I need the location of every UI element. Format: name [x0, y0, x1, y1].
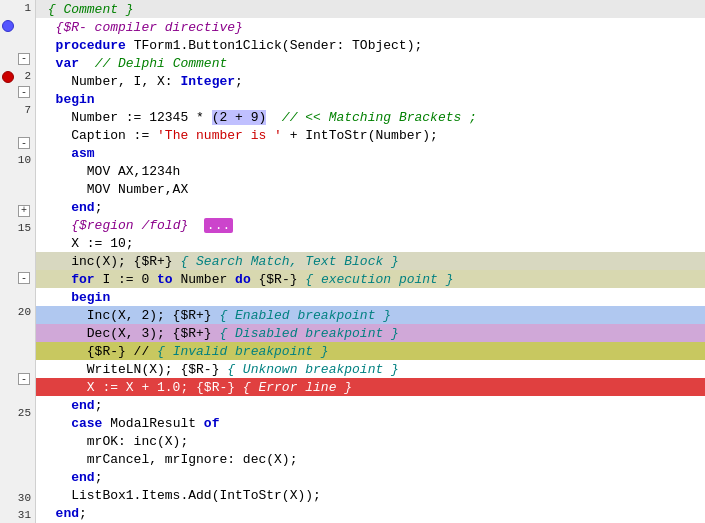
code-line: MOV Number,AX [36, 180, 705, 198]
gutter-row: 2 [0, 68, 35, 85]
code-line: var // Delphi Comment [36, 54, 705, 72]
line-number: 15 [18, 222, 31, 234]
token: Dec(X, 3); {$R+} [40, 326, 219, 341]
token: for [71, 272, 94, 287]
token: ; [79, 506, 87, 521]
token: begin [71, 290, 110, 305]
token: asm [71, 146, 94, 161]
code-line: begin [36, 288, 705, 306]
code-line: end; [36, 468, 705, 486]
token: end [71, 200, 94, 215]
token: Number := 12345 * [40, 110, 212, 125]
breakpoint-marker-blue[interactable] [2, 20, 14, 32]
gutter-row: 30 [0, 489, 35, 506]
gutter-row [0, 473, 35, 490]
fold-marker[interactable]: - [18, 137, 30, 149]
code-line: MOV AX,1234h [36, 162, 705, 180]
token: Number, I, X: [40, 74, 180, 89]
token: X := X + 1.0; {$R-} [40, 380, 243, 395]
token: (2 + 9) [212, 110, 267, 125]
code-line: end; [36, 198, 705, 216]
fold-marker[interactable]: - [18, 373, 30, 385]
token [79, 56, 95, 71]
gutter-row [0, 338, 35, 355]
code-line: end; [36, 396, 705, 414]
code-line: Number := 12345 * (2 + 9) // << Matching… [36, 108, 705, 126]
token [40, 290, 71, 305]
token: + IntToStr(Number); [282, 128, 438, 143]
gutter-row: 15 [0, 219, 35, 236]
code-line: ListBox1.Items.Add(IntToStr(X)); [36, 486, 705, 504]
gutter-row [0, 456, 35, 473]
token: {$R-} // [40, 344, 157, 359]
code-area[interactable]: { Comment } {$R- compiler directive} pro… [36, 0, 705, 523]
token [40, 200, 71, 215]
code-line: mrOK: inc(X); [36, 432, 705, 450]
token: mrOK: inc(X); [40, 434, 188, 449]
token: // Delphi Comment [95, 56, 228, 71]
fold-marker[interactable]: - [18, 86, 30, 98]
line-number: 31 [18, 509, 31, 521]
line-number: 10 [18, 154, 31, 166]
token [40, 92, 56, 107]
token: var [56, 56, 79, 71]
line-number: 25 [18, 407, 31, 419]
token: ; [235, 74, 243, 89]
token [40, 416, 71, 431]
line-number: 20 [18, 306, 31, 318]
code-line: WriteLN(X); {$R-} { Unknown breakpoint } [36, 360, 705, 378]
gutter-row [0, 321, 35, 338]
token: 'The number is ' [157, 128, 282, 143]
fold-marker[interactable]: + [18, 205, 30, 217]
line-number: 30 [18, 492, 31, 504]
gutter-row: - [0, 135, 35, 152]
token: {$R- compiler directive} [40, 20, 243, 35]
code-line: {$R- compiler directive} [36, 18, 705, 36]
token [40, 38, 56, 53]
code-line: Number, I, X: Integer; [36, 72, 705, 90]
token: // << Matching Brackets ; [282, 110, 477, 125]
token: TForm1.Button1Click(Sender: TObject); [126, 38, 422, 53]
token: case [71, 416, 102, 431]
gutter-row [0, 253, 35, 270]
token: WriteLN(X); {$R-} [40, 362, 227, 377]
token: MOV AX,1234h [40, 164, 180, 179]
gutter-row: + [0, 203, 35, 220]
token: ... [204, 218, 233, 233]
gutter-row [0, 287, 35, 304]
token: end [71, 398, 94, 413]
token: Caption := [40, 128, 157, 143]
gutter-row: 20 [0, 304, 35, 321]
token: to [157, 272, 173, 287]
token: X := 10; [40, 236, 134, 251]
gutter-row [0, 354, 35, 371]
token: end [71, 470, 94, 485]
token [40, 398, 71, 413]
token: ; [95, 200, 103, 215]
gutter-row: 31 [0, 506, 35, 523]
line-number-gutter: 1-2-7-10+15-20-253031 [0, 0, 36, 523]
token: procedure [56, 38, 126, 53]
fold-marker[interactable]: - [18, 53, 30, 65]
code-line: procedure TForm1.Button1Click(Sender: TO… [36, 36, 705, 54]
code-line: Caption := 'The number is ' + IntToStr(N… [36, 126, 705, 144]
token: Inc(X, 2); {$R+} [40, 308, 219, 323]
code-line: end; [36, 504, 705, 522]
code-line: { Comment } [36, 0, 705, 18]
gutter-row: - [0, 51, 35, 68]
token: begin [56, 92, 95, 107]
token: do [235, 272, 251, 287]
gutter-row: 10 [0, 152, 35, 169]
code-line: Inc(X, 2); {$R+} { Enabled breakpoint } [36, 306, 705, 324]
token: { Comment } [40, 2, 134, 17]
gutter-row: 1 [0, 0, 35, 17]
token: { execution point } [305, 272, 453, 287]
gutter-row: - [0, 84, 35, 101]
gutter-row: 25 [0, 405, 35, 422]
token: Integer [180, 74, 235, 89]
breakpoint-marker-red[interactable] [2, 71, 14, 83]
token: mrCancel, mrIgnore: dec(X); [40, 452, 297, 467]
fold-marker[interactable]: - [18, 272, 30, 284]
code-line: X := 10; [36, 234, 705, 252]
token: end [56, 506, 79, 521]
